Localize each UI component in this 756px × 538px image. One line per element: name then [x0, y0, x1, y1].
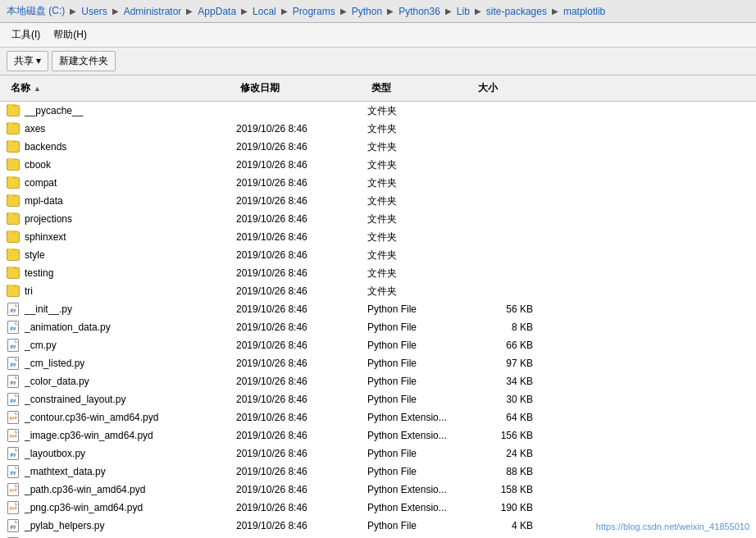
table-row[interactable]: pyd_image.cp36-win_amd64.pyd2019/10/26 8…: [0, 426, 756, 445]
breadcrumb-item-5[interactable]: Programs: [293, 6, 335, 17]
table-row[interactable]: style2019/10/26 8:46文件夹: [0, 246, 756, 264]
file-name: _cm.py: [25, 340, 57, 351]
file-name: _cm_listed.py: [25, 358, 84, 369]
file-name-cell: sphinxext: [7, 230, 236, 244]
breadcrumb-item-6[interactable]: Python: [352, 6, 382, 17]
table-row[interactable]: pyd_path.cp36-win_amd64.pyd2019/10/26 8:…: [0, 481, 756, 499]
breadcrumb-sep-1: ▶: [112, 7, 119, 16]
col-name-label: 名称: [11, 81, 30, 95]
python-extension-icon: pyd: [7, 483, 20, 496]
table-row[interactable]: py_color_data.py2019/10/26 8:46Python Fi…: [0, 372, 756, 390]
menu-help[interactable]: 帮助(H): [48, 26, 92, 43]
table-row[interactable]: py__init__.py2019/10/26 8:46Python File5…: [0, 300, 756, 318]
file-name-cell: tri: [7, 285, 236, 298]
file-date: 2019/10/26 8:46: [236, 340, 367, 351]
file-name-cell: backends: [7, 140, 236, 153]
col-header-type[interactable]: 类型: [367, 79, 474, 98]
col-header-name[interactable]: 名称 ▲: [7, 79, 236, 98]
breadcrumb-item-0[interactable]: 本地磁盘 (C:): [7, 4, 65, 18]
table-row[interactable]: axes2019/10/26 8:46文件夹: [0, 120, 756, 138]
python-file-icon: py: [7, 393, 20, 406]
file-name: _constrained_layout.py: [25, 394, 125, 405]
table-row[interactable]: py_cm.py2019/10/26 8:46Python File66 KB: [0, 336, 756, 354]
file-name: sphinxext: [25, 231, 66, 243]
breadcrumb-item-2[interactable]: Administrator: [124, 6, 182, 17]
table-row[interactable]: cbook2019/10/26 8:46文件夹: [0, 156, 756, 174]
file-date: 2019/10/26 8:46: [236, 303, 367, 315]
file-date: 2019/10/26 8:46: [236, 484, 367, 495]
file-type: Python Extensio...: [367, 412, 474, 423]
file-size: 64 KB: [474, 412, 540, 423]
breadcrumb-item-4[interactable]: Local: [253, 6, 276, 17]
table-row[interactable]: py_layoutbox.py2019/10/26 8:46Python Fil…: [0, 445, 756, 463]
file-date: 2019/10/26 8:46: [236, 466, 367, 477]
folder-icon: [7, 212, 20, 226]
file-name: style: [25, 249, 45, 261]
menu-tools[interactable]: 工具(I): [7, 26, 45, 43]
table-row[interactable]: __pycache__文件夹: [0, 102, 756, 120]
file-date: 2019/10/26 8:46: [236, 448, 367, 459]
table-row[interactable]: tri2019/10/26 8:46文件夹: [0, 282, 756, 300]
file-name: testing: [25, 267, 53, 279]
breadcrumb-sep-5: ▶: [340, 7, 347, 16]
table-row[interactable]: projections2019/10/26 8:46文件夹: [0, 210, 756, 228]
breadcrumb-item-9[interactable]: site-packages: [486, 6, 547, 17]
watermark: https://blog.csdn.net/weixin_41855010: [596, 522, 749, 531]
breadcrumb-sep-0: ▶: [70, 7, 76, 16]
file-date: 2019/10/26 8:46: [236, 358, 367, 369]
table-row[interactable]: py_cm_listed.py2019/10/26 8:46Python Fil…: [0, 354, 756, 372]
file-size: 24 KB: [474, 448, 540, 459]
breadcrumb-sep-7: ▶: [445, 7, 452, 16]
file-date: 2019/10/26 8:46: [236, 123, 367, 134]
file-name: __pycache__: [25, 105, 83, 116]
file-name: __init__.py: [25, 303, 72, 315]
share-button[interactable]: 共享 ▾: [7, 51, 48, 71]
sort-arrow: ▲: [34, 84, 41, 93]
table-row[interactable]: pyd_contour.cp36-win_amd64.pyd2019/10/26…: [0, 408, 756, 426]
breadcrumb-item-1[interactable]: Users: [81, 6, 107, 17]
file-date: 2019/10/26 8:46: [236, 267, 367, 279]
file-type: 文件夹: [367, 140, 474, 154]
file-name: _pylab_helpers.py: [25, 520, 104, 531]
col-date-label: 修改日期: [240, 81, 280, 95]
col-header-date[interactable]: 修改日期: [236, 79, 367, 98]
file-list-header: 名称 ▲ 修改日期 类型 大小: [0, 75, 756, 102]
file-date: 2019/10/26 8:46: [236, 321, 367, 333]
file-name-cell: py__init__.py: [7, 303, 236, 316]
table-row[interactable]: py_animation_data.py2019/10/26 8:46Pytho…: [0, 318, 756, 336]
file-name-cell: __pycache__: [7, 104, 236, 117]
file-name-cell: style: [7, 248, 236, 262]
file-size: 8 KB: [474, 321, 540, 333]
table-row[interactable]: testing2019/10/26 8:46文件夹: [0, 264, 756, 282]
table-row[interactable]: py_mathtext_data.py2019/10/26 8:46Python…: [0, 463, 756, 481]
table-row[interactable]: compat2019/10/26 8:46文件夹: [0, 174, 756, 192]
breadcrumb-sep-2: ▶: [186, 7, 193, 16]
file-type: 文件夹: [367, 230, 474, 244]
file-type: 文件夹: [367, 248, 474, 262]
breadcrumb-item-7[interactable]: Python36: [398, 6, 440, 17]
file-name-cell: cbook: [7, 158, 236, 171]
file-name: compat: [25, 177, 57, 189]
folder-icon: [7, 267, 20, 280]
table-row[interactable]: py_constrained_layout.py2019/10/26 8:46P…: [0, 390, 756, 408]
file-size: 34 KB: [474, 376, 540, 387]
file-type: Python File: [367, 303, 474, 315]
file-name: cbook: [25, 159, 51, 171]
file-type: Python File: [367, 394, 474, 405]
python-file-icon: py: [7, 375, 20, 388]
table-row[interactable]: pyd_png.cp36-win_amd64.pyd2019/10/26 8:4…: [0, 499, 756, 517]
file-name-cell: py_pylab_helpers.py: [7, 519, 236, 532]
breadcrumb-sep-9: ▶: [552, 7, 558, 16]
address-bar: (function() { const d = JSON.parse(docum…: [0, 0, 756, 23]
breadcrumb-item-3[interactable]: AppData: [198, 6, 236, 17]
col-header-size[interactable]: 大小: [474, 79, 540, 98]
table-row[interactable]: backends2019/10/26 8:46文件夹: [0, 138, 756, 156]
file-name-cell: projections: [7, 212, 236, 226]
new-folder-button[interactable]: 新建文件夹: [52, 51, 116, 71]
breadcrumb-item-10[interactable]: matplotlib: [563, 6, 605, 17]
file-date: 2019/10/26 8:46: [236, 249, 367, 261]
table-row[interactable]: mpl-data2019/10/26 8:46文件夹: [0, 192, 756, 210]
table-row[interactable]: sphinxext2019/10/26 8:46文件夹: [0, 228, 756, 246]
table-row[interactable]: pyd_qhull.cp36-win_amd64.pyd2019/10/26 8…: [0, 535, 756, 538]
breadcrumb-item-8[interactable]: Lib: [457, 6, 470, 17]
